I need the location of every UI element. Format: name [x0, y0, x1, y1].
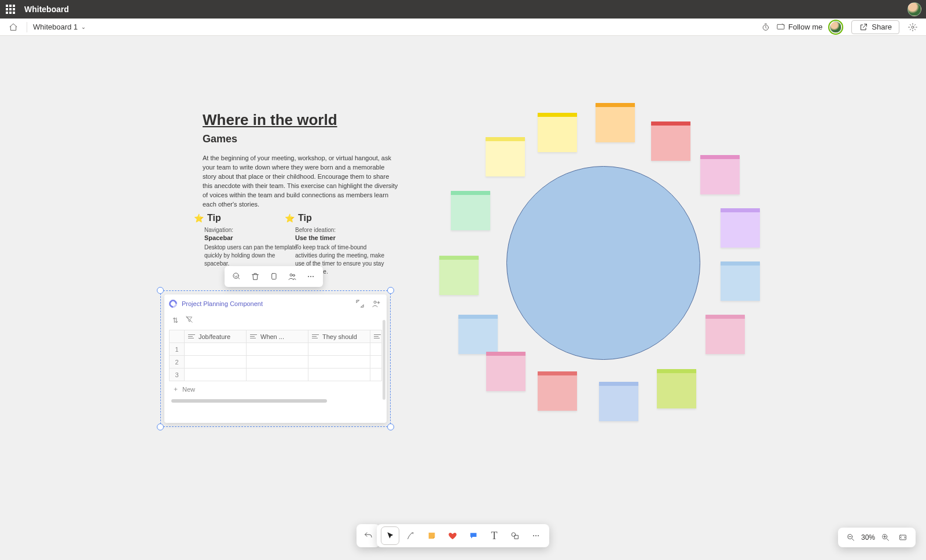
sticky-note[interactable] [651, 121, 690, 161]
sticky-note[interactable] [596, 103, 635, 142]
sticky-note[interactable] [599, 382, 638, 421]
home-button[interactable] [6, 20, 21, 35]
sticky-note-header-stripe [596, 103, 635, 107]
sticky-note[interactable] [486, 352, 526, 391]
comment-icon [469, 531, 478, 540]
col-header-1[interactable]: Job/feature [199, 333, 230, 340]
copy-button[interactable] [265, 268, 282, 285]
table-row[interactable]: 2 [170, 356, 382, 369]
selection-context-toolbar [225, 266, 323, 287]
sticky-note[interactable] [700, 155, 740, 194]
delete-button[interactable] [247, 268, 264, 285]
svg-point-15 [538, 535, 539, 536]
svg-rect-4 [272, 274, 276, 279]
tip-heading: ⭐ Tip [285, 213, 389, 223]
loop-share-button[interactable] [370, 298, 382, 310]
shape-tool-button[interactable] [506, 527, 524, 544]
svg-rect-1 [777, 24, 784, 29]
presence-avatar[interactable] [828, 20, 843, 35]
circle-shape[interactable] [506, 166, 700, 360]
sticky-note[interactable] [721, 208, 760, 248]
cell[interactable] [308, 343, 370, 356]
cell[interactable] [370, 369, 382, 381]
whiteboard-canvas[interactable]: Where in the world Games At the beginnin… [0, 36, 926, 560]
col-header-2[interactable]: When ... [260, 333, 284, 340]
resize-handle-bl[interactable] [157, 423, 164, 430]
cell[interactable] [247, 356, 308, 369]
sticky-note[interactable] [657, 369, 696, 408]
resize-handle-tr[interactable] [387, 287, 394, 294]
loop-expand-button[interactable] [354, 298, 366, 310]
sticky-note[interactable] [458, 315, 498, 354]
sticky-note[interactable] [538, 371, 577, 411]
cell[interactable] [185, 356, 247, 369]
svg-point-14 [535, 535, 537, 536]
timer-button[interactable] [758, 20, 773, 35]
cell[interactable] [247, 369, 308, 381]
loop-component[interactable]: Project Planning Component ⇅ [164, 294, 387, 423]
cell[interactable] [370, 343, 382, 356]
template-subheading[interactable]: Games [203, 133, 237, 145]
tip-block-1[interactable]: ⭐ Tip Navigation: Spacebar Desktop users… [194, 213, 298, 268]
divider [27, 22, 27, 32]
resize-handle-br[interactable] [387, 423, 394, 430]
sticky-note[interactable] [486, 137, 525, 176]
app-launcher-icon[interactable] [5, 3, 16, 15]
zoom-controls: 30% [838, 528, 916, 547]
zoom-out-button[interactable] [844, 530, 858, 544]
resize-handle-tl[interactable] [157, 287, 164, 294]
cell[interactable] [308, 369, 370, 381]
account-avatar[interactable] [907, 2, 921, 16]
more-tools-button[interactable] [527, 527, 545, 544]
sticky-note-tool-button[interactable] [423, 527, 440, 544]
loop-filter-button[interactable] [185, 315, 193, 325]
cell[interactable] [308, 356, 370, 369]
fit-to-screen-button[interactable] [896, 530, 910, 544]
tip-heading: ⭐ Tip [194, 213, 298, 223]
template-body-text[interactable]: At the beginning of your meeting, worksh… [203, 154, 399, 209]
reaction-tool-button[interactable] [444, 527, 461, 544]
sticky-note[interactable] [439, 256, 479, 295]
select-tool-button[interactable] [381, 527, 399, 544]
sticky-note-header-stripe [700, 155, 740, 159]
timer-icon [761, 23, 770, 32]
loop-component-selected[interactable]: Project Planning Component ⇅ [160, 290, 391, 427]
sticky-note[interactable] [538, 113, 577, 152]
cell[interactable] [370, 356, 382, 369]
loop-title[interactable]: Project Planning Component [182, 300, 263, 307]
horizontal-scrollbar[interactable] [171, 399, 327, 403]
loop-table[interactable]: Job/feature When ... They should 123 [169, 330, 382, 381]
follow-me-button[interactable]: Follow me [788, 23, 822, 31]
template-heading[interactable]: Where in the world [203, 111, 337, 129]
zoom-in-button[interactable] [879, 530, 892, 544]
col-header-more[interactable] [374, 334, 381, 339]
table-row[interactable]: 3 [170, 369, 382, 381]
add-row-button[interactable]: ＋ New [164, 381, 387, 397]
present-button[interactable] [773, 20, 788, 35]
svg-point-5 [290, 274, 292, 276]
share-button[interactable]: Share [851, 20, 899, 34]
cell[interactable] [185, 343, 247, 356]
sticky-note[interactable] [721, 261, 760, 301]
more-icon [531, 531, 541, 540]
sticky-note[interactable] [451, 191, 490, 230]
svg-point-6 [293, 274, 295, 276]
col-header-3[interactable]: They should [322, 333, 357, 340]
cell[interactable] [247, 343, 308, 356]
vertical-scrollbar[interactable] [383, 320, 385, 400]
cell[interactable] [185, 369, 247, 381]
loop-sort-button[interactable]: ⇅ [172, 316, 178, 325]
sticky-note[interactable] [705, 315, 745, 354]
reaction-button[interactable] [228, 268, 245, 285]
more-icon [306, 272, 315, 281]
text-tool-button[interactable]: T [486, 527, 503, 544]
zoom-level[interactable]: 30% [861, 533, 875, 541]
undo-button[interactable] [359, 527, 377, 544]
board-name-dropdown[interactable]: Whiteboard 1 ⌄ [33, 23, 86, 31]
comment-tool-button[interactable] [465, 527, 482, 544]
more-button[interactable] [302, 268, 319, 285]
ink-tool-button[interactable] [402, 527, 420, 544]
collaborate-button[interactable] [284, 268, 301, 285]
table-row[interactable]: 1 [170, 343, 382, 356]
settings-button[interactable] [905, 20, 920, 35]
